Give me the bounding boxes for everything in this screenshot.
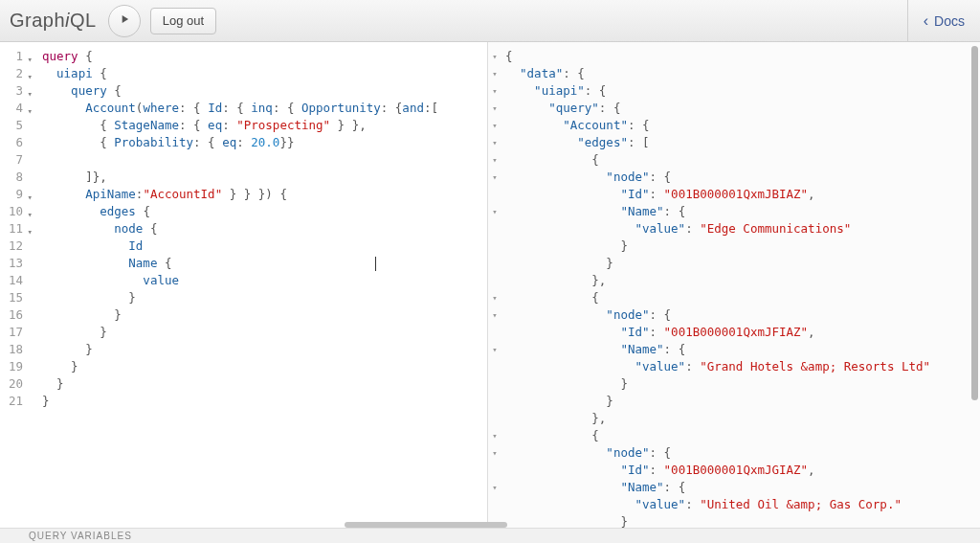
docs-button[interactable]: ‹ Docs <box>907 0 980 41</box>
execute-button[interactable] <box>108 5 141 37</box>
horizontal-scrollbar[interactable] <box>345 522 507 528</box>
docs-label: Docs <box>934 13 965 29</box>
query-editor-pane: 1▾2▾3▾4▾56789▾10▾11▾12131415161718192021… <box>0 42 488 528</box>
play-icon <box>118 12 131 30</box>
result-viewer[interactable]: { "data": { "uiapi": { "query": { "Accou… <box>501 42 980 528</box>
app-logo: GraphiQL <box>10 10 97 32</box>
query-editor[interactable]: query { uiapi { query { Account(where: {… <box>29 42 487 528</box>
query-variables-label: QUERY VARIABLES <box>29 531 132 541</box>
line-number-gutter: 1▾2▾3▾4▾56789▾10▾11▾12131415161718192021 <box>0 42 29 528</box>
topbar: GraphiQL Log out ‹ Docs <box>0 0 980 42</box>
fold-gutter: ▾▾▾▾▾▾▾▾▾▾▾▾▾▾▾▾▾ <box>488 42 501 528</box>
result-pane: ▾▾▾▾▾▾▾▾▾▾▾▾▾▾▾▾▾ { "data": { "uiapi": {… <box>488 42 980 528</box>
text-cursor <box>375 257 376 271</box>
logout-button[interactable]: Log out <box>150 8 216 34</box>
vertical-scrollbar[interactable] <box>971 46 978 400</box>
chevron-left-icon: ‹ <box>924 12 928 30</box>
